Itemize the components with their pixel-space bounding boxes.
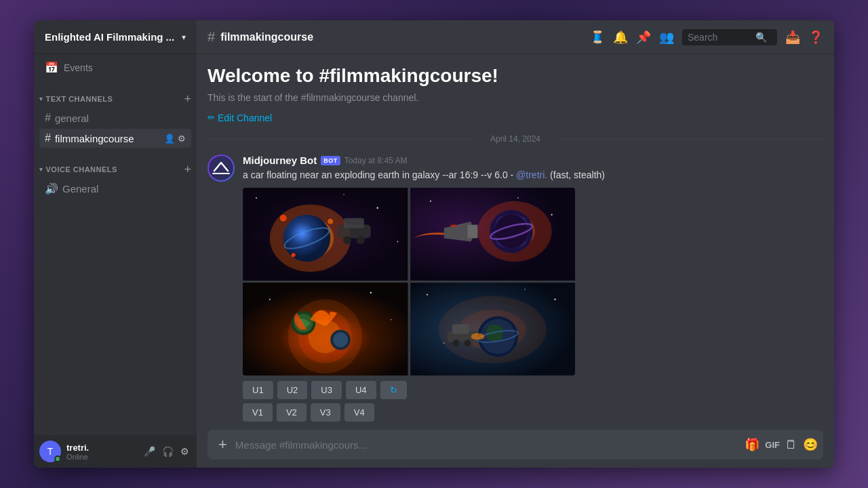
- user-controls: 🎤 🎧 ⚙: [142, 444, 191, 459]
- message-input[interactable]: [233, 434, 739, 456]
- svg-point-0: [209, 156, 233, 180]
- svg-point-3: [376, 207, 378, 208]
- threads-icon[interactable]: 🧵: [590, 30, 605, 45]
- headset-icon[interactable]: 🎧: [160, 444, 176, 459]
- refresh-button[interactable]: ↻: [380, 381, 407, 399]
- svg-point-13: [292, 253, 296, 257]
- bot-avatar: [208, 155, 235, 182]
- speaker-icon: 🔊: [45, 182, 58, 195]
- action-buttons-u: U1 U2 U3 U4 ↻: [243, 381, 823, 399]
- svg-point-17: [357, 236, 365, 244]
- message: Midjourney Bot BOT Today at 8:45 AM a ca…: [208, 155, 823, 422]
- channel-item-general[interactable]: # general: [39, 108, 191, 127]
- members-icon[interactable]: 👥: [659, 30, 674, 45]
- svg-point-56: [471, 333, 484, 340]
- settings-icon[interactable]: ⚙: [178, 444, 191, 459]
- category-arrow: ▾: [39, 166, 43, 173]
- svg-point-16: [343, 236, 351, 244]
- sidebar: Enlighted AI Filmmaking ... ▾ 📅 Events ▾…: [34, 20, 197, 468]
- image-cell-2[interactable]: [410, 188, 576, 281]
- text-channels-label[interactable]: ▾ TEXT CHANNELS: [39, 95, 113, 103]
- channel-item-filmmakingcourse[interactable]: # filmmakingcourse 👤 ⚙: [39, 129, 191, 148]
- v2-button[interactable]: V2: [277, 403, 307, 422]
- emoji-icon[interactable]: 😊: [803, 437, 818, 452]
- sticker-icon[interactable]: 🗒: [785, 438, 797, 452]
- sidebar-item-events[interactable]: 📅 Events: [34, 54, 197, 81]
- mute-icon[interactable]: 🎤: [142, 444, 157, 459]
- image-cell-1[interactable]: [243, 188, 408, 281]
- status-dot: [54, 455, 61, 462]
- svg-point-43: [426, 293, 427, 295]
- notification-bell-icon[interactable]: 🔔: [613, 30, 628, 45]
- date-divider: April 14, 2024: [208, 134, 823, 144]
- v3-button[interactable]: V3: [311, 403, 340, 422]
- message-input-box: + 🎁 GIF 🗒 😊: [208, 430, 823, 460]
- svg-point-54: [452, 340, 459, 346]
- message-author: Midjourney Bot: [243, 155, 317, 166]
- svg-rect-53: [452, 324, 469, 333]
- channel-hash-icon: #: [208, 29, 215, 45]
- user-area: T tretri. Online 🎤 🎧 ⚙: [34, 435, 197, 468]
- svg-point-20: [551, 214, 552, 215]
- server-name: Enlighted AI Filmmaking ...: [45, 31, 182, 43]
- svg-point-12: [328, 218, 333, 224]
- image-cell-3[interactable]: [243, 283, 408, 375]
- chevron-down-icon: ▾: [182, 33, 186, 42]
- add-voice-channel-button[interactable]: +: [184, 163, 191, 176]
- voice-channels-label[interactable]: ▾ VOICE CHANNELS: [39, 165, 117, 174]
- pin-icon[interactable]: 📌: [636, 30, 651, 45]
- welcome-subtitle: This is the start of the #filmmakingcour…: [208, 92, 823, 103]
- svg-point-25: [494, 214, 528, 248]
- user-status: Online: [66, 453, 142, 461]
- message-timestamp: Today at 8:45 AM: [344, 156, 408, 165]
- main-content: # filmmakingcourse 🧵 🔔 📌 👥 🔍 📥 ❓ Welcome…: [197, 20, 834, 468]
- channel-actions: 👤 ⚙: [164, 134, 186, 144]
- avatar: T: [39, 441, 61, 462]
- svg-point-19: [429, 200, 431, 201]
- svg-point-33: [370, 291, 372, 293]
- message-content: a car floating near an exploding earth i…: [243, 169, 823, 182]
- inbox-icon[interactable]: 📥: [785, 30, 800, 45]
- server-header[interactable]: Enlighted AI Filmmaking ... ▾: [34, 20, 197, 54]
- svg-point-6: [397, 241, 399, 242]
- add-text-channel-button[interactable]: +: [184, 93, 191, 105]
- help-icon[interactable]: ❓: [808, 30, 823, 45]
- welcome-title: Welcome to #filmmakingcourse!: [208, 65, 823, 87]
- svg-point-55: [464, 340, 471, 346]
- u2-button[interactable]: U2: [277, 381, 308, 399]
- svg-rect-28: [467, 224, 477, 238]
- v1-button[interactable]: V1: [243, 403, 273, 422]
- header-actions: 🧵 🔔 📌 👥 🔍 📥 ❓: [590, 29, 823, 45]
- search-icon: 🔍: [755, 32, 767, 43]
- search-input[interactable]: [688, 32, 755, 43]
- members-icon[interactable]: 👤: [164, 134, 175, 144]
- v4-button[interactable]: V4: [344, 403, 374, 422]
- message-header: Midjourney Bot BOT Today at 8:45 AM: [243, 155, 823, 166]
- image-cell-4[interactable]: [410, 283, 576, 375]
- add-attachment-button[interactable]: +: [213, 430, 233, 459]
- gif-icon[interactable]: GIF: [765, 440, 780, 450]
- image-grid: [243, 188, 575, 375]
- text-channels-category: ▾ TEXT CHANNELS +: [34, 81, 197, 108]
- gift-icon[interactable]: 🎁: [745, 437, 760, 452]
- u1-button[interactable]: U1: [243, 381, 273, 399]
- voice-channel-item-general[interactable]: 🔊 General: [39, 179, 191, 199]
- message-body: Midjourney Bot BOT Today at 8:45 AM a ca…: [243, 155, 823, 422]
- mention[interactable]: @tretri.: [516, 169, 547, 180]
- messages-area[interactable]: Welcome to #filmmakingcourse! This is th…: [197, 54, 834, 430]
- search-box[interactable]: 🔍: [682, 29, 777, 45]
- edit-channel-button[interactable]: ✏ Edit Channel: [208, 113, 272, 123]
- bot-avatar-image: [208, 155, 235, 182]
- svg-point-32: [269, 298, 271, 300]
- message-input-area: + 🎁 GIF 🗒 😊: [197, 430, 834, 468]
- settings-icon[interactable]: ⚙: [178, 134, 186, 144]
- user-info: tretri. Online: [66, 443, 142, 461]
- u3-button[interactable]: U3: [311, 381, 342, 399]
- voice-channels-category: ▾ VOICE CHANNELS +: [34, 151, 197, 178]
- avatar-initial: T: [47, 446, 54, 457]
- channel-welcome: Welcome to #filmmakingcourse! This is th…: [208, 65, 823, 123]
- bot-badge: BOT: [321, 156, 340, 165]
- u4-button[interactable]: U4: [346, 381, 376, 399]
- hash-icon: #: [45, 132, 51, 144]
- svg-rect-15: [344, 218, 364, 228]
